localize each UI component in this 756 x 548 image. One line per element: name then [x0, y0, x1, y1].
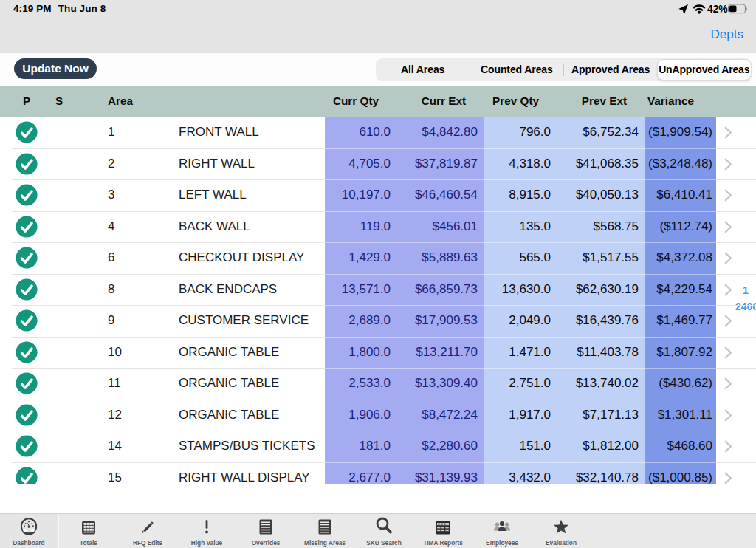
svg-text:42%: 42% [707, 4, 728, 15]
